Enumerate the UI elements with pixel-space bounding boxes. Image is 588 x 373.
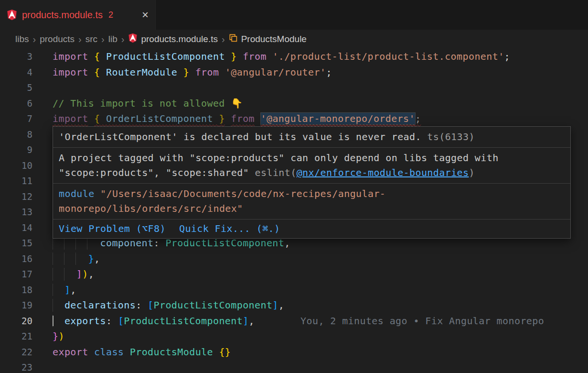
tab-bar: products.module.ts 2 × xyxy=(0,0,588,30)
code-token: '@angular-monorepo/orders' xyxy=(261,113,415,124)
code-token: ; xyxy=(415,113,421,124)
line-number: 13 xyxy=(0,204,32,220)
line-content[interactable] xyxy=(53,360,588,373)
eslint-rule-link[interactable]: @nx/enforce-module-boundaries xyxy=(297,167,469,178)
code-token xyxy=(88,113,94,124)
code-token: class xyxy=(94,346,124,358)
code-line-4[interactable]: 4import { RouterModule } from '@angular/… xyxy=(0,65,588,80)
code-token: declarations xyxy=(64,299,136,311)
code-token: '@angular/router' xyxy=(225,66,326,78)
diagnostic-eslint-message-line2: "scope:products", "scope:shared" xyxy=(59,167,249,178)
line-content[interactable]: exports: [ProductListComponent],You, 2 m… xyxy=(53,313,588,329)
code-line-18[interactable]: 18 ], xyxy=(0,282,588,298)
breadcrumb-item-lib[interactable]: lib xyxy=(108,34,118,44)
line-content[interactable]: // This import is not allowed 👇 xyxy=(53,96,588,111)
code-token: // This import is not allowed xyxy=(53,98,231,109)
indent-guide-line xyxy=(53,252,53,265)
code-token xyxy=(88,66,94,78)
breadcrumb-item-src[interactable]: src xyxy=(86,34,97,44)
breadcrumb-file-label: products.module.ts xyxy=(141,34,218,44)
tab-products-module[interactable]: products.module.ts 2 × xyxy=(0,0,156,30)
line-number: 3 xyxy=(0,49,32,65)
view-problem-action[interactable]: View Problem (⌥F8) xyxy=(59,221,166,236)
line-number: 10 xyxy=(0,158,32,174)
code-line-3[interactable]: 3import { ProductListComponent } from '.… xyxy=(0,49,588,65)
angular-icon xyxy=(7,9,17,21)
code-line-5[interactable]: 5 xyxy=(0,80,588,96)
code-token: , xyxy=(94,253,100,264)
code-line-17[interactable]: 17 ]), xyxy=(0,266,588,282)
breadcrumb-item-libs[interactable]: libs xyxy=(15,34,29,44)
line-number: 16 xyxy=(0,251,32,267)
code-token: ProductListComponent xyxy=(124,315,243,327)
code-token xyxy=(53,299,64,311)
code-token: {} xyxy=(219,346,231,358)
code-token: { xyxy=(94,113,100,124)
code-line-7[interactable]: 7import { OrderListComponent } from '@an… xyxy=(0,111,588,127)
line-number: 17 xyxy=(0,266,32,282)
code-token xyxy=(53,284,64,296)
line-number: 14 xyxy=(0,220,32,236)
code-line-6[interactable]: 6// This import is not allowed 👇 xyxy=(0,96,588,111)
breadcrumb-separator: › xyxy=(33,34,36,45)
vscode-window: products.module.ts 2 × libs › products ›… xyxy=(0,0,588,373)
diagnostic-unused-message: 'OrderListComponent' is declared but its… xyxy=(59,131,421,143)
code-line-23[interactable]: 23 xyxy=(0,360,588,373)
code-token: ; xyxy=(326,66,331,78)
code-token: { xyxy=(94,51,100,62)
line-content[interactable]: ], xyxy=(53,282,588,298)
code-line-19[interactable]: 19 declarations: [ProductListComponent], xyxy=(0,297,588,313)
breadcrumb-item-products[interactable]: products xyxy=(40,34,75,44)
line-number: 5 xyxy=(0,80,32,96)
breadcrumb-item-symbol[interactable]: ProductsModule xyxy=(229,33,307,45)
code-token xyxy=(53,237,100,249)
line-content[interactable]: ]), xyxy=(53,266,588,282)
code-token: RouterModule xyxy=(100,66,183,78)
diagnostic-eslint-source-prefix: eslint( xyxy=(255,167,297,178)
code-token: ] xyxy=(76,268,82,280)
code-token: ) xyxy=(58,330,64,342)
line-content[interactable]: }) xyxy=(53,329,588,344)
code-token: ] xyxy=(272,299,278,311)
indent-guide-line xyxy=(53,268,53,281)
diagnostic-eslint-message-line1: A project tagged with "scope:products" c… xyxy=(59,152,499,164)
line-number: 12 xyxy=(0,189,32,205)
code-token: ProductListComponent xyxy=(165,237,284,249)
code-line-21[interactable]: 21}) xyxy=(0,329,588,344)
code-token: } xyxy=(53,330,58,342)
code-token: import xyxy=(53,51,88,62)
code-line-22[interactable]: 22export class ProductsModule {} xyxy=(0,344,588,360)
quick-fix-action[interactable]: Quick Fix... (⌘.) xyxy=(179,221,280,236)
class-symbol-icon xyxy=(229,33,238,45)
line-content[interactable]: export class ProductsModule {} xyxy=(53,344,588,360)
breadcrumb-item-file[interactable]: products.module.ts xyxy=(128,33,218,45)
code-token: [ xyxy=(148,299,153,311)
code-line-20[interactable]: 20 exports: [ProductListComponent],You, … xyxy=(0,313,588,329)
line-content[interactable]: import { ProductListComponent } from './… xyxy=(53,49,588,65)
tab-close-icon[interactable]: × xyxy=(142,9,149,21)
line-content[interactable]: import { OrderListComponent } from '@ang… xyxy=(53,111,588,127)
code-token: } xyxy=(88,253,94,264)
code-token: export xyxy=(53,346,88,358)
breadcrumb: libs › products › src › lib › products.m… xyxy=(0,30,588,49)
indent-guide-line xyxy=(64,252,64,265)
line-content[interactable]: }, xyxy=(53,251,588,267)
line-number: 11 xyxy=(0,173,32,189)
error-squiggle: import { OrderListComponent } from '@ang… xyxy=(53,113,421,124)
indent-guide-line xyxy=(53,284,53,296)
module-path-line2: monorepo/libs/orders/src/index" xyxy=(59,203,243,214)
line-content[interactable] xyxy=(53,80,588,96)
line-content[interactable]: declarations: [ProductListComponent], xyxy=(53,297,588,313)
line-number: 4 xyxy=(0,65,32,80)
breadcrumb-separator: › xyxy=(78,34,82,45)
code-token: } xyxy=(219,113,225,124)
line-content[interactable]: import { RouterModule } from '@angular/r… xyxy=(53,65,588,80)
code-token xyxy=(213,346,219,358)
code-token: : xyxy=(136,299,148,311)
code-line-16[interactable]: 16 }, xyxy=(0,251,588,267)
code-token xyxy=(267,51,272,62)
tab-filename: products.module.ts xyxy=(22,10,103,21)
tab-error-count-badge: 2 xyxy=(108,10,113,20)
module-info: module "/Users/isaac/Documents/code/nx-r… xyxy=(53,184,570,219)
code-token xyxy=(124,346,129,358)
